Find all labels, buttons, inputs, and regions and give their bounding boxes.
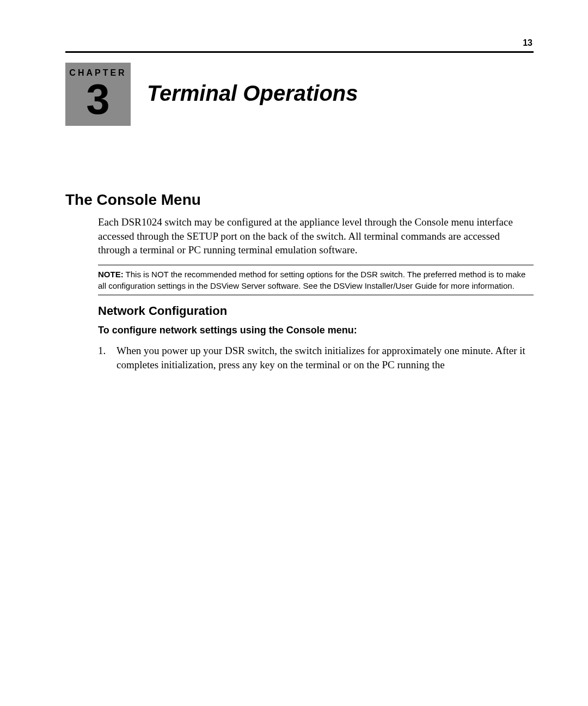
chapter-box: CHAPTER 3 <box>65 63 131 126</box>
note-body: This is NOT the recommended method for s… <box>98 270 525 290</box>
procedure-heading: To configure network settings using the … <box>98 325 534 336</box>
subsection-heading: Network Configuration <box>98 304 534 318</box>
page-number: 13 <box>65 38 534 48</box>
list-item-text: When you power up your DSR switch, the s… <box>117 344 534 372</box>
note-label: NOTE: <box>98 270 124 279</box>
chapter-header: CHAPTER 3 Terminal Operations <box>65 63 534 126</box>
note-block: NOTE: This is NOT the recommended method… <box>98 269 534 291</box>
section-heading: The Console Menu <box>65 191 534 209</box>
list-item: 1. When you power up your DSR switch, th… <box>98 344 534 372</box>
document-page: 13 CHAPTER 3 Terminal Operations The Con… <box>0 0 588 399</box>
note-rule-bottom <box>98 295 534 295</box>
note-rule-top <box>98 265 534 265</box>
chapter-title: Terminal Operations <box>147 63 358 106</box>
section-intro: Each DSR1024 switch may be configured at… <box>98 215 534 257</box>
list-item-number: 1. <box>98 344 117 372</box>
top-rule <box>65 51 534 53</box>
chapter-number: 3 <box>65 79 131 119</box>
